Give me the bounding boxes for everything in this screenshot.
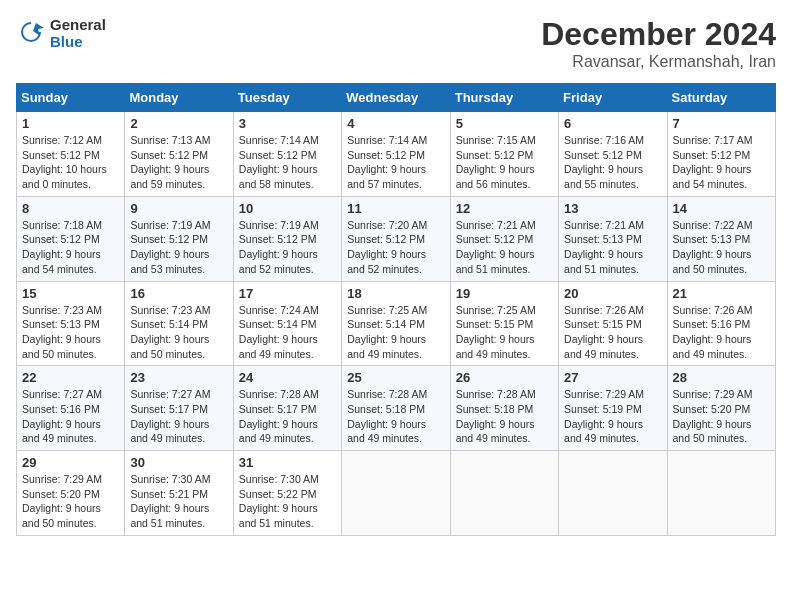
calendar-table: SundayMondayTuesdayWednesdayThursdayFrid… <box>16 83 776 536</box>
calendar-cell: 24 Sunrise: 7:28 AMSunset: 5:17 PMDaylig… <box>233 366 341 451</box>
calendar-cell: 17 Sunrise: 7:24 AMSunset: 5:14 PMDaylig… <box>233 281 341 366</box>
day-info: Sunrise: 7:26 AMSunset: 5:15 PMDaylight:… <box>564 303 661 362</box>
calendar-cell: 1 Sunrise: 7:12 AMSunset: 5:12 PMDayligh… <box>17 112 125 197</box>
day-info: Sunrise: 7:13 AMSunset: 5:12 PMDaylight:… <box>130 133 227 192</box>
calendar-cell: 3 Sunrise: 7:14 AMSunset: 5:12 PMDayligh… <box>233 112 341 197</box>
calendar-cell: 7 Sunrise: 7:17 AMSunset: 5:12 PMDayligh… <box>667 112 775 197</box>
day-number: 24 <box>239 370 336 385</box>
calendar-cell: 8 Sunrise: 7:18 AMSunset: 5:12 PMDayligh… <box>17 196 125 281</box>
day-info: Sunrise: 7:29 AMSunset: 5:19 PMDaylight:… <box>564 387 661 446</box>
calendar-cell: 14 Sunrise: 7:22 AMSunset: 5:13 PMDaylig… <box>667 196 775 281</box>
day-info: Sunrise: 7:28 AMSunset: 5:18 PMDaylight:… <box>347 387 444 446</box>
calendar-cell: 26 Sunrise: 7:28 AMSunset: 5:18 PMDaylig… <box>450 366 558 451</box>
calendar-cell: 16 Sunrise: 7:23 AMSunset: 5:14 PMDaylig… <box>125 281 233 366</box>
calendar-cell: 22 Sunrise: 7:27 AMSunset: 5:16 PMDaylig… <box>17 366 125 451</box>
calendar-cell <box>667 451 775 536</box>
logo-container: General Blue <box>16 16 106 50</box>
day-number: 22 <box>22 370 119 385</box>
day-number: 14 <box>673 201 770 216</box>
day-info: Sunrise: 7:28 AMSunset: 5:18 PMDaylight:… <box>456 387 553 446</box>
calendar-cell: 31 Sunrise: 7:30 AMSunset: 5:22 PMDaylig… <box>233 451 341 536</box>
day-info: Sunrise: 7:20 AMSunset: 5:12 PMDaylight:… <box>347 218 444 277</box>
day-info: Sunrise: 7:22 AMSunset: 5:13 PMDaylight:… <box>673 218 770 277</box>
day-info: Sunrise: 7:19 AMSunset: 5:12 PMDaylight:… <box>239 218 336 277</box>
day-number: 27 <box>564 370 661 385</box>
day-number: 7 <box>673 116 770 131</box>
weekday-header-sunday: Sunday <box>17 84 125 112</box>
day-number: 23 <box>130 370 227 385</box>
page-subtitle: Ravansar, Kermanshah, Iran <box>541 53 776 71</box>
calendar-cell: 19 Sunrise: 7:25 AMSunset: 5:15 PMDaylig… <box>450 281 558 366</box>
day-number: 15 <box>22 286 119 301</box>
day-number: 3 <box>239 116 336 131</box>
calendar-cell: 30 Sunrise: 7:30 AMSunset: 5:21 PMDaylig… <box>125 451 233 536</box>
day-info: Sunrise: 7:29 AMSunset: 5:20 PMDaylight:… <box>673 387 770 446</box>
day-number: 12 <box>456 201 553 216</box>
day-number: 6 <box>564 116 661 131</box>
calendar-cell: 12 Sunrise: 7:21 AMSunset: 5:12 PMDaylig… <box>450 196 558 281</box>
day-info: Sunrise: 7:28 AMSunset: 5:17 PMDaylight:… <box>239 387 336 446</box>
day-number: 8 <box>22 201 119 216</box>
calendar-cell: 4 Sunrise: 7:14 AMSunset: 5:12 PMDayligh… <box>342 112 450 197</box>
day-info: Sunrise: 7:29 AMSunset: 5:20 PMDaylight:… <box>22 472 119 531</box>
day-info: Sunrise: 7:12 AMSunset: 5:12 PMDaylight:… <box>22 133 119 192</box>
calendar-cell: 28 Sunrise: 7:29 AMSunset: 5:20 PMDaylig… <box>667 366 775 451</box>
weekday-header-monday: Monday <box>125 84 233 112</box>
calendar-cell <box>450 451 558 536</box>
day-number: 18 <box>347 286 444 301</box>
logo-blue: Blue <box>50 33 106 50</box>
day-info: Sunrise: 7:24 AMSunset: 5:14 PMDaylight:… <box>239 303 336 362</box>
day-number: 1 <box>22 116 119 131</box>
weekday-header-wednesday: Wednesday <box>342 84 450 112</box>
title-block: December 2024 Ravansar, Kermanshah, Iran <box>541 16 776 71</box>
calendar-cell: 11 Sunrise: 7:20 AMSunset: 5:12 PMDaylig… <box>342 196 450 281</box>
page-header: General Blue December 2024 Ravansar, Ker… <box>16 16 776 71</box>
calendar-cell: 25 Sunrise: 7:28 AMSunset: 5:18 PMDaylig… <box>342 366 450 451</box>
day-number: 25 <box>347 370 444 385</box>
day-number: 16 <box>130 286 227 301</box>
day-info: Sunrise: 7:21 AMSunset: 5:13 PMDaylight:… <box>564 218 661 277</box>
day-info: Sunrise: 7:14 AMSunset: 5:12 PMDaylight:… <box>239 133 336 192</box>
calendar-cell: 21 Sunrise: 7:26 AMSunset: 5:16 PMDaylig… <box>667 281 775 366</box>
weekday-header-thursday: Thursday <box>450 84 558 112</box>
day-number: 10 <box>239 201 336 216</box>
day-info: Sunrise: 7:27 AMSunset: 5:16 PMDaylight:… <box>22 387 119 446</box>
day-number: 26 <box>456 370 553 385</box>
day-info: Sunrise: 7:17 AMSunset: 5:12 PMDaylight:… <box>673 133 770 192</box>
day-number: 9 <box>130 201 227 216</box>
calendar-cell <box>342 451 450 536</box>
day-number: 13 <box>564 201 661 216</box>
calendar-cell <box>559 451 667 536</box>
calendar-cell: 27 Sunrise: 7:29 AMSunset: 5:19 PMDaylig… <box>559 366 667 451</box>
day-number: 29 <box>22 455 119 470</box>
day-number: 31 <box>239 455 336 470</box>
calendar-cell: 20 Sunrise: 7:26 AMSunset: 5:15 PMDaylig… <box>559 281 667 366</box>
day-info: Sunrise: 7:14 AMSunset: 5:12 PMDaylight:… <box>347 133 444 192</box>
calendar-cell: 6 Sunrise: 7:16 AMSunset: 5:12 PMDayligh… <box>559 112 667 197</box>
day-number: 20 <box>564 286 661 301</box>
day-number: 21 <box>673 286 770 301</box>
day-number: 17 <box>239 286 336 301</box>
day-info: Sunrise: 7:30 AMSunset: 5:22 PMDaylight:… <box>239 472 336 531</box>
weekday-header-tuesday: Tuesday <box>233 84 341 112</box>
day-number: 28 <box>673 370 770 385</box>
calendar-cell: 10 Sunrise: 7:19 AMSunset: 5:12 PMDaylig… <box>233 196 341 281</box>
day-info: Sunrise: 7:23 AMSunset: 5:13 PMDaylight:… <box>22 303 119 362</box>
day-info: Sunrise: 7:26 AMSunset: 5:16 PMDaylight:… <box>673 303 770 362</box>
calendar-cell: 18 Sunrise: 7:25 AMSunset: 5:14 PMDaylig… <box>342 281 450 366</box>
day-info: Sunrise: 7:21 AMSunset: 5:12 PMDaylight:… <box>456 218 553 277</box>
calendar-cell: 13 Sunrise: 7:21 AMSunset: 5:13 PMDaylig… <box>559 196 667 281</box>
day-info: Sunrise: 7:27 AMSunset: 5:17 PMDaylight:… <box>130 387 227 446</box>
day-info: Sunrise: 7:25 AMSunset: 5:14 PMDaylight:… <box>347 303 444 362</box>
weekday-header-friday: Friday <box>559 84 667 112</box>
calendar-cell: 5 Sunrise: 7:15 AMSunset: 5:12 PMDayligh… <box>450 112 558 197</box>
day-info: Sunrise: 7:16 AMSunset: 5:12 PMDaylight:… <box>564 133 661 192</box>
calendar-cell: 23 Sunrise: 7:27 AMSunset: 5:17 PMDaylig… <box>125 366 233 451</box>
logo-bird-icon <box>16 18 46 48</box>
day-number: 4 <box>347 116 444 131</box>
calendar-cell: 29 Sunrise: 7:29 AMSunset: 5:20 PMDaylig… <box>17 451 125 536</box>
calendar-cell: 15 Sunrise: 7:23 AMSunset: 5:13 PMDaylig… <box>17 281 125 366</box>
day-number: 11 <box>347 201 444 216</box>
day-number: 5 <box>456 116 553 131</box>
day-number: 2 <box>130 116 227 131</box>
